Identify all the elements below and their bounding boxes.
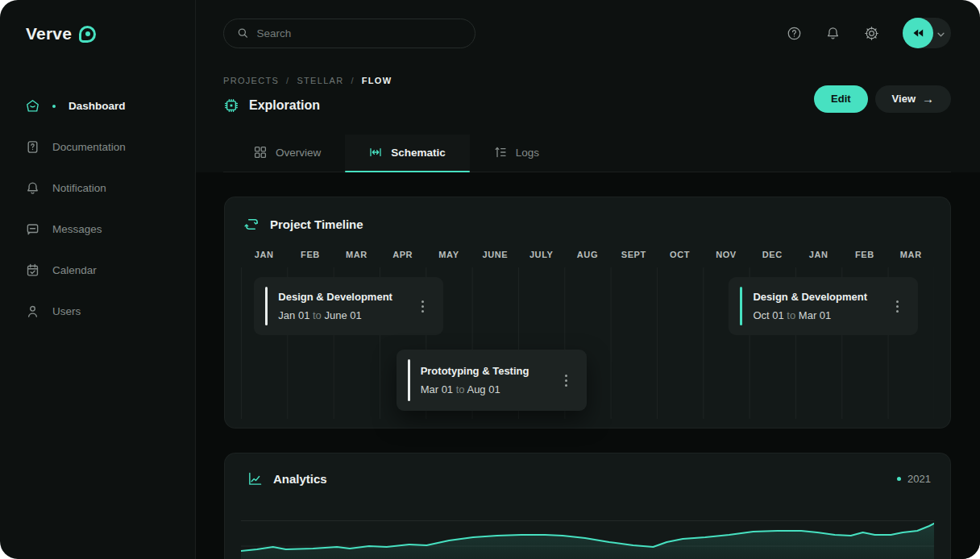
sidebar-item-label: Dashboard — [69, 100, 126, 112]
verve-logo-icon — [79, 26, 96, 43]
month-label: AUG — [564, 250, 610, 259]
task-title: Prototyping & Testing — [421, 365, 565, 377]
page-title: Exploration — [249, 98, 320, 113]
logs-icon — [494, 146, 507, 159]
month-label: JUNE — [472, 250, 518, 259]
tab-logs[interactable]: Logs — [470, 135, 563, 172]
month-label: MAY — [426, 250, 471, 259]
schematic-icon — [369, 146, 382, 159]
month-label: JULY — [518, 250, 564, 259]
topbar — [196, 0, 980, 48]
sidebar-item-label: Users — [52, 305, 81, 317]
calendar-icon — [26, 263, 39, 277]
search-bar[interactable] — [223, 19, 475, 48]
sidebar-item-documentation[interactable]: Documentation — [26, 126, 195, 168]
avatar — [903, 18, 933, 48]
help-icon — [787, 26, 802, 41]
month-label: SEPT — [611, 250, 657, 259]
analytics-chart-zone — [241, 520, 934, 559]
main-area: PROJECTS / STELLAR / FLOW Exploration Ed… — [196, 0, 980, 559]
kebab-menu-icon[interactable] — [421, 300, 424, 313]
sidebar-item-label: Calendar — [52, 264, 97, 276]
analytics-title: Analytics — [273, 472, 327, 486]
topbar-icons — [785, 18, 951, 48]
breadcrumb-flow: FLOW — [362, 76, 392, 85]
chip-icon — [223, 97, 239, 114]
task-card-design-development-1[interactable]: Design & Development Jan 01 to June 01 — [254, 277, 443, 335]
month-label: FEB — [841, 250, 887, 259]
logo-text: Verve — [26, 24, 72, 43]
tab-overview[interactable]: Overview — [230, 135, 345, 172]
cycle-icon — [244, 217, 260, 232]
gantt-area: Design & Development Jan 01 to June 01 P… — [241, 267, 934, 419]
task-title: Design & Development — [278, 291, 421, 303]
help-button[interactable] — [785, 24, 803, 42]
task-dates: Mar 01 to Aug 01 — [421, 383, 565, 395]
gear-icon — [864, 26, 879, 41]
analytics-chart — [241, 521, 934, 559]
sidebar-item-notification[interactable]: Notification — [26, 168, 195, 209]
task-card-prototyping-testing[interactable]: Prototyping & Testing Mar 01 to Aug 01 — [397, 350, 588, 411]
month-label: JAN — [241, 250, 287, 259]
bell-icon — [26, 181, 39, 195]
sidebar-item-dashboard[interactable]: Dashboard — [26, 85, 195, 126]
task-card-design-development-2[interactable]: Design & Development Oct 01 to Mar 01 — [729, 277, 918, 335]
task-dates: Jan 01 to June 01 — [278, 309, 421, 321]
month-label: JAN — [795, 250, 841, 259]
grid-icon — [254, 146, 267, 159]
document-icon — [26, 140, 39, 154]
user-icon — [26, 304, 39, 318]
chart-line-icon — [247, 471, 263, 487]
view-button[interactable]: View→ — [875, 85, 951, 113]
month-axis: JAN FEB MAR APR MAY JUNE JULY AUG SEPT O… — [241, 250, 934, 259]
sidebar-item-label: Notification — [52, 182, 106, 194]
notifications-button[interactable] — [824, 24, 841, 42]
search-icon — [237, 27, 249, 39]
tab-bar: Overview Schematic Logs — [223, 135, 951, 172]
page-header: PROJECTS / STELLAR / FLOW Exploration Ed… — [196, 48, 980, 114]
sidebar-item-messages[interactable]: Messages — [26, 209, 195, 250]
task-dates: Oct 01 to Mar 01 — [753, 309, 895, 321]
sidebar-nav: Dashboard Documentation Notification Mes… — [26, 85, 195, 332]
app-window: Verve Dashboard Documentation Notificati… — [0, 0, 980, 559]
kebab-menu-icon[interactable] — [564, 375, 567, 387]
month-label: APR — [380, 250, 426, 259]
month-label: MAR — [334, 250, 380, 259]
arrow-right-icon: → — [922, 92, 934, 106]
breadcrumb: PROJECTS / STELLAR / FLOW — [223, 76, 392, 85]
sidebar-item-label: Documentation — [52, 141, 126, 153]
edit-button[interactable]: Edit — [814, 85, 868, 113]
legend-dot-icon — [897, 477, 901, 481]
legend-label: 2021 — [907, 473, 931, 485]
month-label: DEC — [750, 250, 795, 259]
month-label: MAR — [888, 250, 934, 259]
tab-schematic[interactable]: Schematic — [345, 135, 470, 172]
search-input[interactable] — [257, 27, 462, 39]
sidebar: Verve Dashboard Documentation Notificati… — [0, 0, 196, 559]
sidebar-item-users[interactable]: Users — [26, 291, 195, 332]
home-icon — [26, 99, 39, 113]
chevron-down-icon — [937, 26, 945, 40]
task-title: Design & Development — [753, 291, 895, 303]
sidebar-item-label: Messages — [52, 223, 102, 235]
month-label: NOV — [703, 250, 749, 259]
breadcrumb-stellar[interactable]: STELLAR — [297, 76, 343, 85]
month-label: OCT — [657, 250, 703, 259]
chart-legend: 2021 — [897, 473, 931, 485]
content-area: Project Timeline JAN FEB MAR APR MAY JUN… — [196, 172, 980, 559]
timeline-title: Project Timeline — [270, 217, 363, 231]
bell-icon — [825, 26, 841, 41]
sidebar-item-calendar[interactable]: Calendar — [26, 250, 195, 291]
analytics-card: Analytics 2021 — [224, 453, 951, 559]
active-dot — [52, 105, 56, 108]
breadcrumb-projects[interactable]: PROJECTS — [223, 76, 279, 85]
user-menu[interactable] — [903, 18, 951, 48]
project-timeline-card: Project Timeline JAN FEB MAR APR MAY JUN… — [224, 197, 951, 429]
month-label: FEB — [287, 250, 333, 259]
rewind-icon — [911, 27, 924, 39]
message-icon — [26, 222, 39, 236]
settings-button[interactable] — [862, 24, 880, 42]
logo: Verve — [26, 24, 195, 43]
kebab-menu-icon[interactable] — [895, 300, 899, 313]
